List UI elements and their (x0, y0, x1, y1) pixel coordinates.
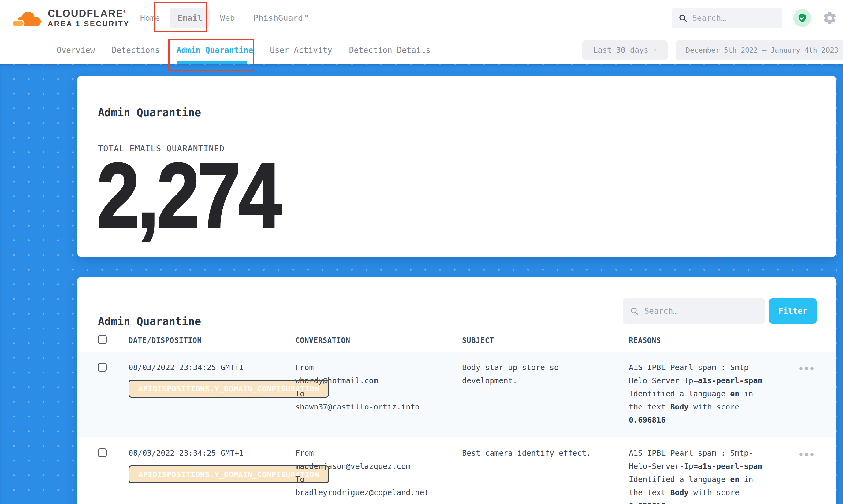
row-actions-ellipsis-icon[interactable] (799, 453, 814, 456)
row-conversation: From whardy@hotmail.com To shawn37@casti… (295, 361, 460, 413)
tabs: Overview Detections Admin Quarantine Use… (57, 36, 447, 64)
row-date: 08/03/2022 23:34:25 GMT+1 (128, 363, 244, 372)
tab-detections[interactable]: Detections (112, 36, 160, 64)
date-range-label: December 5th 2022 — January 4th 2023 (686, 46, 838, 54)
select-all-checkbox[interactable] (98, 335, 107, 344)
filter-button[interactable]: Filter (769, 299, 817, 324)
nav-item-phishguard[interactable]: PhishGuard™ (253, 13, 308, 23)
header-search[interactable] (672, 8, 783, 29)
table-body: 08/03/2022 23:34:25 GMT+1 APIDISPOSITION… (77, 352, 836, 504)
row-subject: Body star up store so development. (462, 361, 606, 387)
summary-card-title: Admin Quarantine (98, 106, 201, 119)
header-search-input[interactable] (692, 14, 776, 23)
disposition-badge-label: APIDISPOSITIONS.Y_DOMAIN_CONFIGURATION (138, 470, 319, 479)
column-header-reasons: REASONS (629, 336, 661, 345)
search-icon (630, 306, 638, 316)
tab-admin-quarantine[interactable]: Admin Quarantine (177, 36, 253, 64)
search-icon (679, 13, 687, 23)
section-tabbar: Overview Detections Admin Quarantine Use… (0, 36, 843, 64)
top-header: CLOUDFLARE® AREA 1 SECURITY Home Email W… (0, 0, 843, 36)
settings-gear-icon[interactable] (822, 11, 838, 26)
page-background: Admin Quarantine TOTAL EMAILS QUARANTINE… (0, 64, 843, 504)
app-root: CLOUDFLARE® AREA 1 SECURITY Home Email W… (0, 0, 843, 504)
conversation-to-label: To (295, 473, 460, 486)
nav-item-home[interactable]: Home (140, 13, 160, 23)
column-header-date-disposition: DATE/DISPOSITION (128, 336, 201, 345)
brand-text: CLOUDFLARE® AREA 1 SECURITY (48, 8, 130, 28)
tab-user-activity[interactable]: User Activity (270, 36, 332, 64)
row-reasons: A1S IPBL Pearl spam : Smtp-Helo-Server-I… (629, 447, 763, 504)
conversation-from-label: From (295, 447, 460, 460)
tab-detection-details[interactable]: Detection Details (349, 36, 431, 64)
table-row[interactable]: 08/03/2022 23:34:25 GMT+1 APIDISPOSITION… (77, 437, 836, 504)
quarantine-table-card: Admin Quarantine Filter DATE/DISPOSITION… (77, 277, 836, 504)
brand[interactable]: CLOUDFLARE® AREA 1 SECURITY (12, 8, 130, 28)
row-subject: Best camera identify effect. (462, 447, 606, 460)
conversation-from-address: whardy@hotmail.com (295, 374, 460, 387)
conversation-to-label: To (295, 387, 460, 400)
cloudflare-logo-icon (12, 8, 43, 28)
row-checkbox[interactable] (98, 448, 107, 457)
table-row[interactable]: 08/03/2022 23:34:25 GMT+1 APIDISPOSITION… (77, 352, 836, 437)
table-search-input[interactable] (644, 306, 758, 316)
row-reasons: A1S IPBL Pearl spam : Smtp-Helo-Server-I… (629, 361, 763, 427)
row-date: 08/03/2022 23:34:25 GMT+1 (128, 449, 244, 457)
tab-overview[interactable]: Overview (57, 36, 95, 64)
metric-value: 2,274 (97, 149, 279, 241)
row-actions-ellipsis-icon[interactable] (799, 367, 814, 370)
time-range-label: Last 30 days (593, 46, 649, 54)
time-range-dropdown[interactable]: Last 30 days ▾ (582, 40, 668, 60)
conversation-from-address: maddenjason@velazquez.com (295, 460, 460, 473)
column-header-subject: SUBJECT (462, 336, 494, 345)
table-search[interactable] (623, 299, 765, 324)
conversation-from-label: From (295, 361, 460, 374)
chevron-down-icon: ▾ (653, 47, 657, 53)
row-conversation: From maddenjason@velazquez.com To bradle… (295, 447, 460, 499)
disposition-badge-label: APIDISPOSITIONS.Y_DOMAIN_CONFIGURATION (138, 384, 319, 393)
row-date-disposition: 08/03/2022 23:34:25 GMT+1 (128, 361, 291, 374)
conversation-to-address: bradleyrodriguez@copeland.net (295, 486, 460, 499)
nav-item-email[interactable]: Email (170, 8, 210, 28)
row-date-disposition: 08/03/2022 23:34:25 GMT+1 (128, 447, 291, 460)
date-range-display[interactable]: December 5th 2022 — January 4th 2023 (675, 40, 843, 60)
brand-mark: ® (123, 9, 126, 14)
brand-subtitle: AREA 1 SECURITY (48, 20, 130, 28)
header-nav: Home Email Web PhishGuard™ (140, 8, 308, 28)
tab-filters: Last 30 days ▾ December 5th 2022 — Janua… (582, 40, 843, 60)
shield-check-icon (797, 13, 808, 23)
row-checkbox[interactable] (98, 363, 107, 372)
table-card-title: Admin Quarantine (98, 315, 201, 327)
protection-status-badge[interactable] (793, 9, 811, 27)
column-header-conversation: CONVERSATION (295, 336, 350, 345)
header-right (672, 8, 838, 29)
summary-card: Admin Quarantine TOTAL EMAILS QUARANTINE… (77, 76, 836, 257)
nav-item-web[interactable]: Web (220, 13, 235, 23)
table-header-row: DATE/DISPOSITION CONVERSATION SUBJECT RE… (77, 334, 836, 352)
brand-name: CLOUDFLARE® (48, 8, 130, 18)
conversation-to-address: shawn37@castillo-ortiz.info (295, 400, 460, 413)
